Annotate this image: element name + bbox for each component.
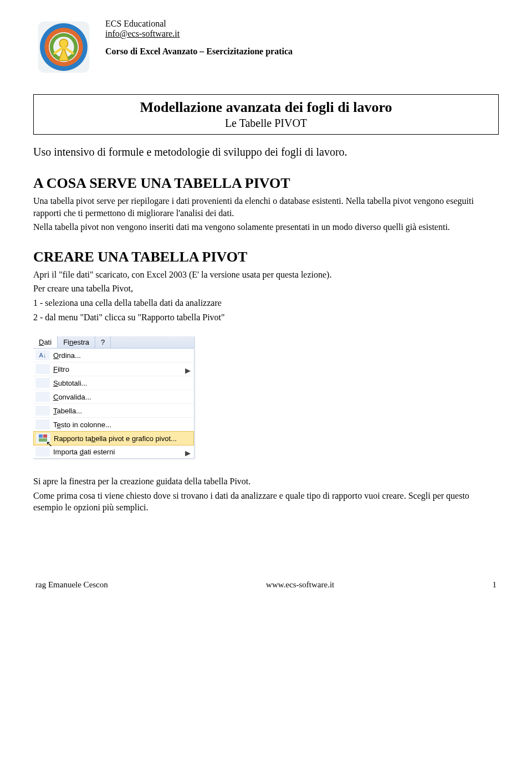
section2-p2: Per creare una tabella Pivot,: [33, 283, 499, 295]
cursor-icon: ↖: [46, 439, 53, 448]
closing-p2: Come prima cosa ti viene chiesto dove si…: [33, 490, 499, 514]
footer-center: www.ecs-software.it: [266, 580, 334, 590]
section1-heading: A COSA SERVE UNA TABELLA PIVOT: [33, 175, 499, 192]
excel-menu-screenshot: DDatiati Finestra ? A↓ Ordina... Filtro …: [33, 336, 195, 459]
menu-item-testo-colonne[interactable]: Testo in colonne...: [33, 418, 194, 432]
validate-icon: [35, 392, 50, 402]
menu-item-tabella[interactable]: Tabella...: [33, 404, 194, 418]
section2-heading: CREARE UNA TABELLA PIVOT: [33, 249, 499, 265]
menu-bar: DDatiati Finestra ?: [33, 336, 194, 349]
title-box: Modellazione avanzata dei fogli di lavor…: [33, 94, 499, 135]
filter-icon: [35, 364, 50, 374]
table-icon: [35, 406, 50, 416]
chevron-right-icon: ▶: [185, 449, 191, 454]
sort-icon: A↓: [35, 350, 50, 360]
logo: [33, 17, 94, 78]
menu-finestra[interactable]: Finestra: [58, 336, 95, 348]
chevron-right-icon: ▶: [185, 366, 191, 372]
menu-item-subtotali[interactable]: Subtotali...: [33, 376, 194, 390]
menu-dati[interactable]: DDatiati: [33, 336, 58, 348]
org-name: ECS Educational: [105, 19, 293, 29]
subtotal-icon: [35, 378, 50, 388]
svg-rect-3: [43, 434, 47, 438]
menu-item-convalida[interactable]: Convalida...: [33, 390, 194, 404]
email-link[interactable]: info@ecs-software.it: [105, 29, 293, 39]
menu-help[interactable]: ?: [95, 336, 111, 348]
section2-li2: 2 - dal menu "Dati" clicca su "Rapporto …: [33, 311, 499, 324]
menu-item-ordina[interactable]: A↓ Ordina...: [33, 349, 194, 362]
menu-item-filtro[interactable]: Filtro ▶: [33, 362, 194, 376]
footer-page-number: 1: [493, 580, 497, 590]
text-cols-icon: [35, 419, 50, 429]
doc-title: Modellazione avanzata dei fogli di lavor…: [40, 99, 492, 116]
intro-text: Uso intensivo di formule e metodologie d…: [33, 146, 499, 158]
section1-p2: Nella tabella pivot non vengono inseriti…: [33, 221, 499, 233]
menu-item-importa[interactable]: Importa dati esterni ▶: [33, 445, 194, 458]
course-title: Corso di Excel Avanzato – Esercizitazion…: [105, 47, 293, 57]
footer-left: rag Emanuele Cescon: [35, 580, 108, 590]
closing-p1: Si apre la finestra per la creazione gui…: [33, 475, 499, 488]
section2-li1: 1 - seleziona una cella della tabella da…: [33, 297, 499, 309]
page-footer: rag Emanuele Cescon www.ecs-software.it …: [33, 580, 499, 590]
page-header: ECS Educational info@ecs-software.it Cor…: [33, 17, 499, 78]
section1-p1: Una tabella pivot serve per riepilogare …: [33, 195, 499, 219]
menu-item-pivot[interactable]: Rapporto tabella pivot e grafico pivot..…: [33, 431, 194, 446]
dropdown-menu: A↓ Ordina... Filtro ▶ Subtotali... Conva…: [33, 349, 194, 458]
doc-subtitle: Le Tabelle PIVOT: [40, 117, 492, 130]
section2-p1: Apri il "file dati" scaricato, con Excel…: [33, 269, 499, 281]
svg-rect-2: [39, 434, 43, 438]
